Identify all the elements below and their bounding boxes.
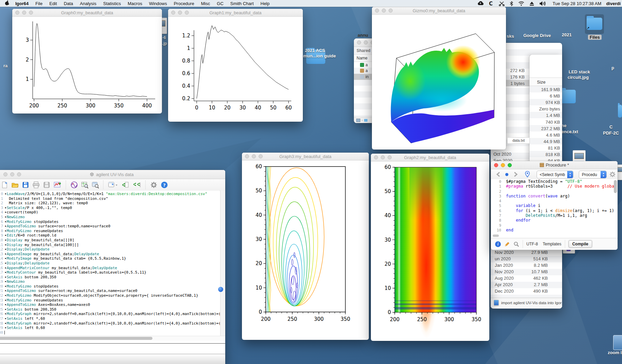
date-modified[interactable]: Nov 2020 bbox=[495, 250, 514, 255]
files-folder-selection[interactable]: ↗ bbox=[585, 14, 604, 34]
menu-procedure[interactable]: Procedure bbox=[170, 1, 198, 6]
menu-help[interactable]: Help bbox=[257, 1, 273, 6]
save-copy-icon[interactable] bbox=[43, 181, 50, 189]
menu-data[interactable]: Data bbox=[60, 1, 76, 6]
desktop-label-fragment[interactable]: ence.txt bbox=[561, 129, 578, 134]
procedure-toolbar[interactable]: <Select Symb ▲▼ Procedu ▲▼ bbox=[491, 169, 618, 180]
file-size[interactable]: 27.9 MB bbox=[531, 250, 548, 255]
forward-icon[interactable] bbox=[512, 172, 519, 177]
titlebar[interactable]: Graph1:my_beautiful_data bbox=[168, 9, 303, 17]
procedure-window[interactable]: Procedure * <Select Symb ▲▼ Procedu ▲▼ 0… bbox=[491, 161, 618, 249]
desktop-label[interactable]: 2021 ACS bbox=[305, 48, 325, 53]
apple-menu[interactable] bbox=[0, 0, 12, 6]
menu-statistics[interactable]: Statistics bbox=[100, 1, 124, 6]
window-controls[interactable] bbox=[3, 170, 21, 179]
date-modified[interactable]: Apr 2020 bbox=[495, 282, 513, 287]
file-size[interactable]: 176 KB bbox=[510, 74, 525, 80]
volume-icon[interactable] bbox=[539, 1, 546, 6]
gizmo-window[interactable]: Gizmo0:my_beautiful_data bbox=[372, 7, 506, 150]
menu-analysis[interactable]: Analysis bbox=[77, 1, 100, 6]
menu-igor64[interactable]: Igor64 bbox=[12, 1, 32, 6]
scroll-marker-icon[interactable] bbox=[218, 287, 223, 292]
procedure-code-editor[interactable]: 0$#pragma TextEncoding = "UTF-8"1#pragma… bbox=[491, 179, 618, 236]
graph3-contour-plot[interactable]: 2002503003500102030405060 bbox=[242, 160, 369, 340]
folder-icon[interactable] bbox=[618, 105, 622, 118]
file-size[interactable]: 8.2 MB bbox=[534, 263, 548, 268]
gear-icon[interactable] bbox=[609, 171, 616, 177]
command-input-line[interactable] bbox=[0, 345, 225, 354]
file-size[interactable]: Zero bytes bbox=[539, 106, 560, 111]
titlebar[interactable]: agilent UV-Vis data bbox=[0, 170, 225, 179]
graph1-window[interactable]: Graph1:my_beautiful_data 01020304050600.… bbox=[168, 9, 303, 122]
file-size[interactable]: 4.6 MB bbox=[546, 133, 560, 138]
menu-smith-chart[interactable]: Smith Chart bbox=[227, 1, 257, 6]
cloud-sync-icon[interactable] bbox=[477, 1, 484, 6]
menu-edit[interactable]: Edit bbox=[46, 1, 60, 6]
templates-button[interactable]: Templates bbox=[543, 242, 561, 246]
file-size[interactable]: 490 KB bbox=[533, 289, 548, 294]
help-icon[interactable]: ? bbox=[161, 181, 168, 189]
file-size[interactable]: 237.2 MB bbox=[541, 126, 560, 131]
gizmo-3d-plot[interactable] bbox=[372, 15, 506, 150]
menubar-user[interactable]: diverdi bbox=[606, 1, 621, 6]
date-modified[interactable]: Nov 2020 bbox=[495, 269, 514, 274]
menu-macros[interactable]: Macros bbox=[124, 1, 146, 6]
encoding-label[interactable]: UTF-8 bbox=[526, 242, 538, 246]
desktop-label-fragment[interactable]: ra bbox=[3, 63, 7, 68]
new-window-icon[interactable] bbox=[108, 181, 118, 189]
back-icon[interactable] bbox=[495, 172, 502, 177]
wifi-icon[interactable] bbox=[518, 1, 524, 6]
current-dot-icon[interactable] bbox=[505, 173, 508, 176]
data-browser-icon[interactable] bbox=[81, 181, 88, 189]
graph2-window[interactable]: Graph2:my_beautiful_data 200250300350010… bbox=[371, 154, 489, 341]
data-txt-filename-chip[interactable]: data.txt bbox=[507, 137, 530, 144]
desktop-label-fragment[interactable]: PDF-2C bbox=[603, 131, 619, 136]
back-icon[interactable] bbox=[121, 181, 129, 189]
procedure-dropdown[interactable]: Procedu ▲▼ bbox=[579, 171, 607, 178]
menu-windows[interactable]: Windows bbox=[146, 1, 170, 6]
window-controls[interactable] bbox=[494, 161, 512, 169]
file-size[interactable]: 974 KB bbox=[545, 100, 560, 105]
menubar[interactable]: Igor64FileEditDataAnalysisStatisticsMacr… bbox=[0, 0, 622, 7]
menu-file[interactable]: File bbox=[32, 1, 46, 6]
titlebar[interactable]: Graph2:my_beautiful_data bbox=[371, 154, 489, 161]
stepper-icon[interactable]: ▲▼ bbox=[567, 171, 573, 178]
menu-misc[interactable]: Misc bbox=[198, 1, 214, 6]
file-size[interactable]: 462 KB bbox=[533, 276, 548, 281]
date-modified[interactable]: Aug 2020 bbox=[495, 276, 514, 281]
command-window[interactable]: agilent UV-Vis data ? 0•LoadWave/J/M/U={… bbox=[0, 170, 225, 364]
c-icon[interactable]: C bbox=[489, 1, 494, 6]
edit-pencil-icon[interactable] bbox=[504, 241, 510, 247]
zoom-file-icon[interactable] bbox=[613, 335, 622, 350]
titlebar[interactable]: Graph0:my_beautiful_data bbox=[12, 9, 162, 17]
graph0-window[interactable]: Graph0:my_beautiful_data 200250300350400… bbox=[12, 9, 162, 114]
info-icon[interactable]: i bbox=[495, 241, 501, 247]
search-icon[interactable] bbox=[513, 241, 519, 247]
file-size[interactable]: 10.7 MB bbox=[531, 269, 548, 274]
gear-icon[interactable] bbox=[150, 181, 158, 189]
window-controls[interactable] bbox=[245, 153, 263, 160]
scrollbar[interactable] bbox=[614, 180, 617, 235]
desktop-label-fragment[interactable]: C bbox=[609, 124, 612, 129]
file-size[interactable]: 514 KB bbox=[533, 256, 548, 261]
stepper-icon[interactable]: ▲▼ bbox=[601, 171, 606, 178]
command-toolbar[interactable]: ? bbox=[0, 179, 225, 191]
graph0-plot[interactable]: 200250300350400123 bbox=[12, 17, 162, 114]
horizontal-scrollbar[interactable] bbox=[0, 336, 225, 341]
back-history-icon[interactable] bbox=[132, 181, 141, 189]
procedure-statusbar[interactable]: i UTF-8 Templates Compile bbox=[491, 238, 618, 250]
titlebar[interactable]: Procedure * bbox=[491, 161, 618, 169]
titlebar[interactable]: Gizmo0:my_beautiful_data bbox=[372, 7, 506, 15]
file-size[interactable]: 6 MB bbox=[550, 93, 560, 99]
desktop-label[interactable]: LED stack bbox=[569, 69, 590, 74]
graph2-image-plot[interactable]: 2002503003500102030405060 bbox=[371, 161, 489, 341]
scrollbar[interactable] bbox=[220, 191, 225, 336]
date-modified[interactable]: Jan 2020 bbox=[495, 263, 513, 268]
desktop-label[interactable]: 2021 bbox=[562, 32, 572, 37]
desktop-label-fragment[interactable]: p bbox=[611, 65, 614, 70]
graph1-plot[interactable]: 01020304050600.20.40.60.811.2 bbox=[168, 17, 303, 122]
compile-button[interactable]: Compile bbox=[569, 240, 592, 248]
date-modified[interactable]: Dec 2020 bbox=[495, 289, 514, 294]
finder-window-sizes[interactable]: Size 161.9 MB6 MB974 KBZero bytes1.4 MB7… bbox=[529, 55, 562, 164]
file-size[interactable]: 818 KB bbox=[545, 152, 560, 157]
